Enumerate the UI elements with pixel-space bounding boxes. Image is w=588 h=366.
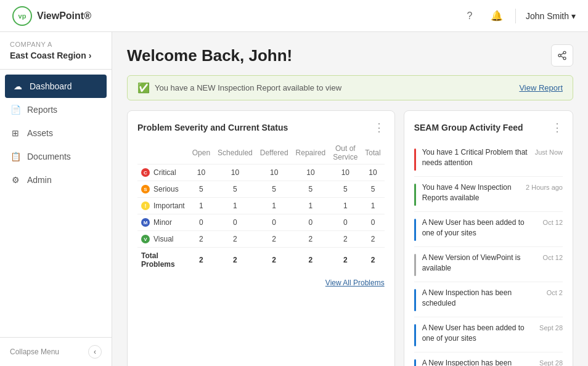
reports-icon: 📄 <box>10 104 21 115</box>
page-title: Welcome Back, John! <box>127 46 292 65</box>
assets-icon: ⊞ <box>10 128 21 139</box>
severity-cell: VVisual <box>137 231 189 248</box>
activity-card-menu[interactable]: ⋮ <box>552 121 563 134</box>
total-row: Total Problems 222222 <box>137 248 385 273</box>
table-row: MMinor 000000 <box>137 214 385 231</box>
col-severity <box>137 142 189 165</box>
activity-bar-red <box>414 148 416 171</box>
documents-icon: 📋 <box>10 151 21 162</box>
banner-content: ✅ You have a NEW Inspection Report avail… <box>137 82 341 94</box>
svg-point-1 <box>558 54 561 57</box>
sidebar-item-assets[interactable]: ⊞ Assets <box>0 121 112 145</box>
sidebar-item-reports[interactable]: 📄 Reports <box>0 98 112 121</box>
activity-time: Oct 12 <box>543 253 563 261</box>
logo-icon: vp <box>12 6 32 26</box>
cards-row: Problem Severity and Current Status ⋮ Op… <box>127 110 573 366</box>
activity-item: A New Inspection has been scheduled Sept… <box>414 352 563 366</box>
admin-icon: ⚙ <box>10 174 21 185</box>
header-right: ? 🔔 John Smith ▾ <box>461 7 576 25</box>
bell-icon[interactable]: 🔔 <box>488 7 505 25</box>
main-layout: COMPANY A East Coast Region › ☁ Dashboar… <box>0 32 588 366</box>
problem-card-menu[interactable]: ⋮ <box>374 121 385 134</box>
help-icon[interactable]: ? <box>461 7 478 25</box>
page-header: Welcome Back, John! <box>127 44 573 67</box>
activity-text: A New Inspection has been scheduled <box>422 288 541 309</box>
activity-bar-blue <box>414 324 416 346</box>
activity-text: A New User has been added to one of your… <box>422 218 537 238</box>
activity-time: Sept 28 <box>539 323 563 331</box>
activity-text: A New Inspection has been scheduled <box>422 358 533 366</box>
svg-point-0 <box>563 51 566 54</box>
sidebar-item-label: Reports <box>27 105 57 115</box>
banner-check-icon: ✅ <box>137 82 150 94</box>
activity-card-title: SEAM Group Activity Feed <box>414 123 523 132</box>
region-selector[interactable]: East Coast Region › <box>0 51 112 70</box>
minor-dot: M <box>141 218 150 227</box>
sidebar: COMPANY A East Coast Region › ☁ Dashboar… <box>0 32 112 366</box>
activity-bar-gray <box>414 254 416 276</box>
severity-cell: !Important <box>137 198 189 214</box>
sidebar-item-label: Dashboard <box>30 81 72 91</box>
sidebar-item-dashboard[interactable]: ☁ Dashboard <box>5 75 107 98</box>
collapse-icon[interactable]: ‹ <box>88 345 102 359</box>
view-all-problems-link[interactable]: View All Problems <box>137 272 385 290</box>
activity-item: A New User has been added to one of your… <box>414 212 563 247</box>
problem-card-title: Problem Severity and Current Status <box>137 123 288 132</box>
problem-card-header: Problem Severity and Current Status ⋮ <box>137 121 385 134</box>
sidebar-item-label: Admin <box>27 175 52 185</box>
sidebar-item-label: Documents <box>27 152 71 161</box>
main-content: Welcome Back, John! ✅ You have a NEW Ins… <box>112 32 588 366</box>
activity-text: You have 4 New Inspection Reports availa… <box>422 182 520 203</box>
nav-items: ☁ Dashboard 📄 Reports ⊞ Assets 📋 Documen… <box>0 70 112 337</box>
col-out-of-service: Out of Service <box>329 142 361 165</box>
activity-item: A New Inspection has been scheduled Oct … <box>414 282 563 317</box>
severity-cell: SSerious <box>137 181 189 198</box>
share-icon <box>557 51 567 60</box>
activity-text: You have 1 Critical Problem that needs a… <box>422 147 529 168</box>
share-button[interactable] <box>551 44 573 67</box>
activity-time: Oct 12 <box>543 218 563 226</box>
problem-table: Open Scheduled Deffered Repaired Out of … <box>137 142 385 272</box>
sidebar-bottom: Collapse Menu ‹ <box>0 337 112 366</box>
serious-dot: S <box>141 185 150 193</box>
sidebar-item-admin[interactable]: ⚙ Admin <box>0 168 112 192</box>
severity-cell: MMinor <box>137 214 189 231</box>
banner-text: You have a NEW Inspection Report availab… <box>155 83 341 92</box>
header-divider <box>515 9 516 23</box>
region-name-text: East Coast Region <box>10 51 86 60</box>
activity-bar-blue <box>414 359 416 366</box>
activity-text: A New User has been added to one of your… <box>422 323 533 344</box>
table-row: CCritical 101010101010 <box>137 165 385 181</box>
user-name-text: John Smith <box>526 11 569 21</box>
svg-line-4 <box>561 53 564 55</box>
user-menu[interactable]: John Smith ▾ <box>526 11 576 21</box>
activity-time: Sept 28 <box>539 358 563 366</box>
critical-dot: C <box>141 168 150 177</box>
top-header: vp ViewPoint® ? 🔔 John Smith ▾ <box>0 0 588 32</box>
activity-time: Just Now <box>535 147 563 156</box>
svg-point-2 <box>563 57 566 60</box>
col-open: Open <box>189 142 214 165</box>
view-report-link[interactable]: View Report <box>519 83 563 92</box>
activity-item: A New User has been added to one of your… <box>414 317 563 352</box>
logo-area: vp ViewPoint® <box>12 6 91 26</box>
activity-item: You have 1 Critical Problem that needs a… <box>414 142 563 177</box>
collapse-menu-button[interactable]: Collapse Menu <box>10 348 59 356</box>
sidebar-item-label: Assets <box>27 128 53 138</box>
inspection-banner: ✅ You have a NEW Inspection Report avail… <box>127 75 573 100</box>
col-repaired: Repaired <box>292 142 330 165</box>
activity-card-header: SEAM Group Activity Feed ⋮ <box>414 121 563 134</box>
activity-text: A New Version of ViewPoint is available <box>422 253 537 274</box>
logo-text: ViewPoint® <box>37 10 91 22</box>
chevron-right-icon: › <box>89 51 92 60</box>
important-dot: ! <box>141 201 150 210</box>
problem-severity-card: Problem Severity and Current Status ⋮ Op… <box>127 110 395 366</box>
activity-bar-blue <box>414 219 416 241</box>
col-scheduled: Scheduled <box>214 142 256 165</box>
dashboard-icon: ☁ <box>12 81 23 92</box>
col-total: Total <box>361 142 384 165</box>
sidebar-item-documents[interactable]: 📋 Documents <box>0 145 112 168</box>
activity-feed-card: SEAM Group Activity Feed ⋮ You have 1 Cr… <box>404 110 573 366</box>
chevron-down-icon: ▾ <box>571 11 576 21</box>
activity-time: 2 Hours ago <box>526 182 563 191</box>
